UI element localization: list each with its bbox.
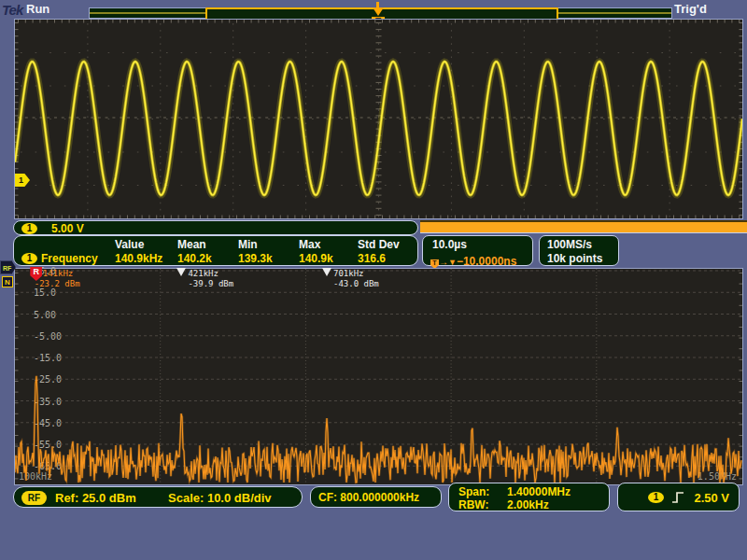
rf-marker-amplitude: -43.0 dBm: [333, 279, 379, 288]
rf-span-value: 1.40000MHz: [507, 485, 571, 498]
measurement-header-value: Value: [115, 238, 144, 251]
rf-badge: RF: [21, 491, 47, 505]
measurement-name: Frequency: [41, 252, 98, 265]
rf-rbw-value: 2.00kHz: [507, 498, 549, 511]
rf-span-label: Span:: [458, 485, 489, 498]
trigger-position-arrow-icon: [373, 7, 384, 16]
arrow-right-icon: →: [439, 257, 448, 267]
measurement-header-mean: Mean: [177, 238, 206, 251]
measurement-header-stddev: Std Dev: [358, 238, 400, 251]
rf-marker-triangle-icon: [176, 268, 186, 276]
measurement-readout: Value Mean Min Max Std Dev 1 Frequency 1…: [13, 235, 418, 266]
tek-logo: Tek: [2, 2, 22, 18]
oscilloscope-screen: { "header": { "logo": "Tek", "run": "Run…: [0, 0, 747, 560]
rf-ref-level: Ref: 25.0 dBm: [55, 491, 136, 505]
measurement-ch1-badge: 1: [21, 253, 37, 264]
rf-marker-frequency: 701kHz: [333, 269, 364, 278]
horizontal-readout: 10.0µs T→▼−10.0000ns: [422, 235, 533, 266]
rising-edge-slope-icon: [670, 490, 685, 505]
scope-plot: [15, 20, 742, 218]
measurement-header-min: Min: [238, 238, 258, 251]
measurement-value: 140.9kHz: [115, 252, 162, 265]
triangle-down-icon: ▼: [448, 258, 457, 267]
rf-center-frequency-readout: CF: 800.000000kHz: [310, 486, 442, 508]
rf-normal-trace-badge: N: [2, 276, 13, 287]
scope-graticule: 1: [14, 19, 743, 219]
rf-marker-triangle-icon: [322, 268, 331, 276]
trigger-readout: 1 2.50 V: [617, 483, 740, 511]
ch1-vertical-scale: 5.00 V: [51, 222, 84, 235]
acquisition-readout: 100MS/s 10k points: [539, 235, 619, 266]
trigger-status: Trig'd: [674, 2, 707, 16]
record-length: 10k points: [547, 252, 602, 265]
measurement-header-max: Max: [299, 238, 320, 251]
rf-spectrum-trace: [15, 376, 741, 483]
rf-cf-value: CF: 800.000000kHz: [318, 491, 419, 504]
rf-marker-amplitude: -23.2 dBm: [35, 279, 80, 288]
timebase-scale: 10.0µs: [432, 238, 467, 251]
rf-span-rbw-readout: Span: 1.40000MHz RBW: 2.00kHz: [448, 483, 610, 511]
measurement-stddev: 316.6: [358, 252, 386, 265]
acquisition-status: Run: [26, 2, 49, 16]
trigger-delay-value: −10.0000ns: [457, 255, 516, 268]
measurement-max: 140.9k: [299, 252, 333, 265]
rf-rbw-label: RBW:: [458, 498, 488, 511]
rf-marker-frequency: 141kHz: [43, 269, 74, 278]
rf-graticule: 25.015.05.00-5.00-15.0-25.0-35.0-45.0-55…: [14, 268, 743, 485]
ch1-badge: 1: [21, 223, 37, 234]
trigger-level-value: 2.50 V: [694, 491, 729, 505]
measurement-min: 139.3k: [238, 252, 273, 265]
rf-marker-frequency: 421kHz: [188, 269, 218, 278]
rf-scale: Scale: 10.0 dB/div: [168, 491, 272, 505]
spectrum-time-bar: [420, 220, 747, 233]
measurement-mean: 140.2k: [177, 252, 212, 265]
ch1-scale-readout: 1 5.00 V: [13, 220, 418, 235]
rf-marker-amplitude: -39.9 dBm: [188, 279, 233, 288]
rf-spectrum-plot: [15, 269, 742, 484]
sample-rate: 100MS/s: [547, 238, 592, 251]
rf-level-readout: RF Ref: 25.0 dBm Scale: 10.0 dB/div: [13, 486, 303, 508]
trigger-source-badge: 1: [648, 492, 664, 503]
